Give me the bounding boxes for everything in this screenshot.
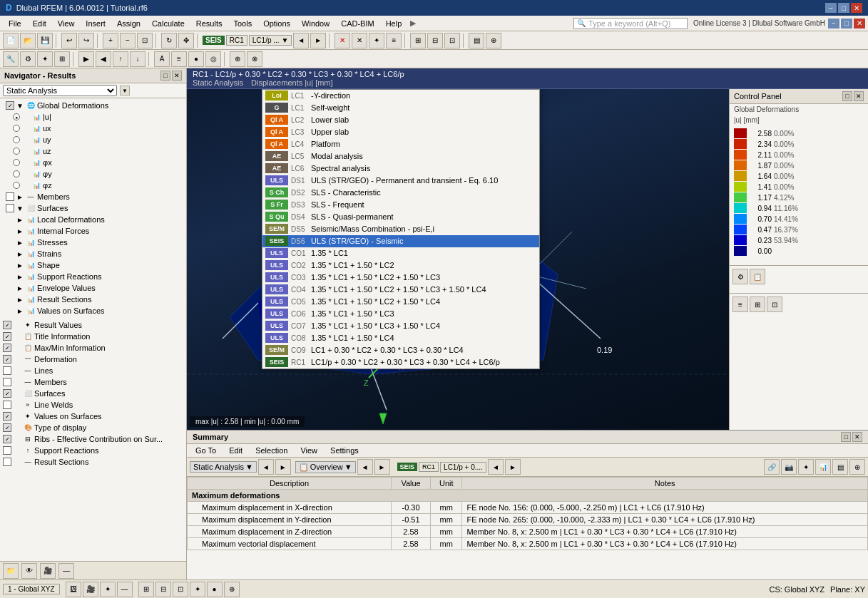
tb2-10[interactable]: ≡ bbox=[171, 51, 187, 67]
scale-settings-btn[interactable]: ⚙ bbox=[732, 269, 748, 284]
exp-local-def[interactable]: ► bbox=[16, 216, 24, 224]
dropdown-row-LC6[interactable]: AELC6Spectral analysis bbox=[262, 163, 539, 175]
tree-result-sections2[interactable]: — Result Sections bbox=[1, 456, 185, 468]
dropdown-row-DS4[interactable]: S QuDS4SLS - Quasi-permanent bbox=[262, 211, 539, 223]
summary-ov-next[interactable]: ► bbox=[374, 459, 390, 475]
chk-title-info[interactable] bbox=[3, 332, 11, 341]
snap-btn4[interactable]: ✦ bbox=[190, 582, 205, 597]
tb-redo[interactable]: ↪ bbox=[78, 33, 94, 48]
tree-result-values[interactable]: ✦ Result Values bbox=[1, 319, 185, 331]
menu-options[interactable]: Options bbox=[257, 18, 296, 29]
close-button[interactable]: ✕ bbox=[851, 3, 862, 13]
tb-filter[interactable]: ≡ bbox=[386, 33, 402, 48]
nav-float-btn[interactable]: □ bbox=[160, 71, 170, 81]
tree-phix[interactable]: 📊 φx bbox=[1, 157, 185, 168]
nav-btn-1[interactable]: 📁 bbox=[3, 563, 19, 579]
tb-save[interactable]: 💾 bbox=[37, 33, 53, 48]
dropdown-row-LC3[interactable]: Ql ALC3Upper slab bbox=[262, 126, 539, 138]
radio-u-abs[interactable] bbox=[13, 113, 20, 120]
dropdown-row-CO9[interactable]: SE/MCO9LC1 + 0.30 * LC2 + 0.30 * LC3 + 0… bbox=[262, 344, 539, 356]
tree-u-abs[interactable]: 📊 |u| bbox=[1, 111, 185, 123]
chk-line-welds[interactable] bbox=[3, 401, 11, 409]
chk-result-sect2[interactable] bbox=[3, 458, 11, 466]
menu-assign[interactable]: Assign bbox=[111, 18, 146, 29]
tb-new[interactable]: 📄 bbox=[3, 33, 19, 48]
dropdown-row-DS1[interactable]: ULSDS1ULS (STR/GEO) - Permanent and tran… bbox=[262, 175, 539, 187]
nav-close-btn[interactable]: ✕ bbox=[172, 71, 182, 81]
exp-support-react[interactable]: ► bbox=[16, 273, 24, 281]
tb2-4[interactable]: ⊞ bbox=[54, 51, 70, 67]
menu-tools[interactable]: Tools bbox=[228, 18, 257, 29]
exp-stresses[interactable]: ► bbox=[16, 239, 24, 247]
view-btn2[interactable]: 🎥 bbox=[83, 582, 98, 597]
tb-rotate[interactable]: ↻ bbox=[161, 33, 177, 48]
summary-overview-dd[interactable]: ▼ bbox=[344, 463, 352, 471]
dropdown-row-CO1[interactable]: ULSCO11.35 * LC1 bbox=[262, 247, 539, 259]
tree-support-react2[interactable]: ↑ Support Reactions bbox=[1, 445, 185, 456]
tree-phiy[interactable]: 📊 φy bbox=[1, 168, 185, 180]
minimize-button[interactable]: − bbox=[825, 3, 837, 13]
summary-ov-prev[interactable]: ◄ bbox=[357, 459, 373, 475]
dropdown-row-LC5[interactable]: AELC5Modal analysis bbox=[262, 150, 539, 163]
tree-check-global[interactable] bbox=[6, 101, 14, 110]
dropdown-row-DS3[interactable]: S FrDS3SLS - Frequent bbox=[262, 199, 539, 211]
dropdown-row-CO8[interactable]: ULSCO81.35 * LC1 + 1.50 * LC4 bbox=[262, 332, 539, 344]
exp-strains[interactable]: ► bbox=[16, 250, 24, 258]
tb2-6[interactable]: ◀ bbox=[96, 51, 111, 67]
sum-btn5[interactable]: ▤ bbox=[832, 459, 848, 475]
tb-delete[interactable]: ✕ bbox=[335, 33, 350, 48]
summary-edit[interactable]: Edit bbox=[223, 445, 248, 455]
view-btn4[interactable]: — bbox=[117, 582, 133, 597]
tree-values-on-surfaces[interactable]: ► 📊 Values on Surfaces bbox=[1, 305, 185, 316]
tb-open[interactable]: 📂 bbox=[20, 33, 36, 48]
dropdown-row-LC4[interactable]: Ql ALC4Platform bbox=[262, 138, 539, 150]
snap-btn1[interactable]: ⊞ bbox=[138, 582, 154, 597]
tb-misc5[interactable]: ⊕ bbox=[486, 33, 501, 48]
radio-ux[interactable] bbox=[13, 125, 20, 132]
tb2-8[interactable]: ↓ bbox=[130, 51, 145, 67]
sum-btn4[interactable]: 📊 bbox=[815, 459, 831, 475]
radio-phiy[interactable] bbox=[13, 170, 20, 177]
tb-misc1[interactable]: ⊞ bbox=[410, 33, 426, 48]
chk-maxmin[interactable] bbox=[3, 344, 11, 352]
dropdown-row-LC1[interactable]: GLC1Self-weight bbox=[262, 102, 539, 114]
tree-lines[interactable]: — Lines bbox=[1, 365, 185, 376]
menu-results[interactable]: Results bbox=[190, 18, 228, 29]
rc1-badge[interactable]: RC1 bbox=[226, 35, 247, 46]
exp-shape[interactable]: ► bbox=[16, 262, 24, 269]
scale-btn3[interactable]: ⊡ bbox=[767, 297, 782, 312]
view-btn1[interactable]: 🖼 bbox=[66, 582, 81, 597]
dropdown-row-DS6[interactable]: SEISDS6ULS (STR/GEO) - Seismic bbox=[262, 235, 539, 247]
tree-support-reactions[interactable]: ► 📊 Support Reactions bbox=[1, 271, 185, 282]
sum-btn3[interactable]: ✦ bbox=[798, 459, 814, 475]
tb-next-lc[interactable]: ► bbox=[310, 33, 326, 48]
snap-btn5[interactable]: ● bbox=[207, 582, 223, 597]
tree-uy[interactable]: 📊 uy bbox=[1, 134, 185, 145]
tb2-11[interactable]: ● bbox=[188, 51, 204, 67]
tree-surfaces[interactable]: ▼ ⬜ Surfaces bbox=[1, 202, 185, 214]
tb-prev-lc[interactable]: ◄ bbox=[293, 33, 309, 48]
tree-ux[interactable]: 📊 ux bbox=[1, 123, 185, 134]
min-btn2[interactable]: − bbox=[828, 19, 839, 29]
tb2-13[interactable]: ⊕ bbox=[230, 51, 245, 67]
exp-val-surfaces[interactable]: ► bbox=[16, 307, 24, 315]
tree-check-members[interactable] bbox=[6, 192, 14, 201]
summary-lc-next[interactable]: ► bbox=[505, 459, 521, 475]
menu-edit[interactable]: Edit bbox=[27, 18, 52, 29]
nav-btn-3[interactable]: 🎥 bbox=[40, 563, 56, 579]
tree-title-info[interactable]: 📋 Title Information bbox=[1, 331, 185, 342]
tree-ribs[interactable]: ⊟ Ribs - Effective Contribution on Sur..… bbox=[1, 433, 185, 445]
dropdown-row-CO4[interactable]: ULSCO41.35 * LC1 + 1.50 * LC2 + 1.50 * L… bbox=[262, 284, 539, 296]
radio-uy[interactable] bbox=[13, 136, 20, 143]
tb-misc3[interactable]: ⊡ bbox=[444, 33, 460, 48]
tb-undo[interactable]: ↩ bbox=[61, 33, 77, 48]
chk-val-on-surf[interactable] bbox=[3, 412, 11, 421]
menu-insert[interactable]: Insert bbox=[80, 18, 111, 29]
dropdown-row-CO6[interactable]: ULSCO61.35 * LC1 + 1.50 * LC3 bbox=[262, 308, 539, 320]
summary-overview-btn[interactable]: 📋 Overview ▼ bbox=[295, 461, 356, 473]
tb-zoom-in[interactable]: + bbox=[103, 33, 118, 48]
dropdown-row-LC1[interactable]: LoILC1-Y-direction bbox=[262, 90, 539, 102]
radio-phiz[interactable] bbox=[13, 182, 20, 189]
chk-type-disp[interactable] bbox=[3, 423, 11, 432]
dropdown-row-DS2[interactable]: S ChDS2SLS - Characteristic bbox=[262, 187, 539, 199]
